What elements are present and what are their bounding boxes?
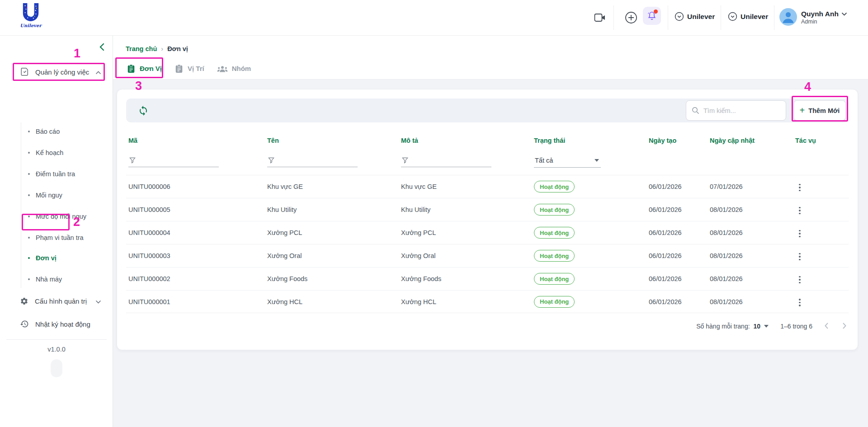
- table-row[interactable]: UNITU000003 Xưởng Oral Xưởng Oral Hoạt đ…: [126, 244, 849, 267]
- table-filter-row: Tất cả: [126, 150, 849, 175]
- cell-updated-date: 08/01/2026: [708, 298, 784, 305]
- sidebar-item-nha-may[interactable]: Nhà máy: [0, 268, 113, 290]
- refresh-button[interactable]: [138, 105, 149, 116]
- tab-nhom[interactable]: Nhóm: [211, 58, 258, 79]
- row-actions-menu-button[interactable]: [795, 181, 804, 194]
- user-role: Admin: [801, 19, 847, 25]
- units-table-card: + Thêm Mới Mã Tên Mô tả Trạng thái Ngày …: [117, 89, 858, 350]
- cell-created-date: 06/01/2026: [646, 229, 708, 236]
- row-actions-menu-button[interactable]: [795, 250, 804, 263]
- kebab-dot: [799, 236, 801, 238]
- chevron-down-icon: [95, 297, 101, 305]
- sidebar-group-cau-hinh-quan-tri[interactable]: Cấu hình quản trị: [0, 292, 113, 310]
- app-header: Unilever Unilever Unilever Quynh Anh Adm…: [0, 0, 868, 36]
- add-circle-icon[interactable]: [625, 11, 637, 26]
- column-header-trang-thai: Trạng thái: [532, 137, 646, 144]
- table-row[interactable]: UNITU000001 Xưởng HCL Xưởng HCL Hoạt độn…: [126, 290, 849, 313]
- kebab-dot: [799, 256, 801, 258]
- sidebar-item-label: Mức độ mối nguy: [36, 213, 86, 220]
- sidebar-item-nhat-ky-hoat-dong[interactable]: Nhật ký hoạt động: [0, 315, 113, 333]
- breadcrumb: Trang chủ › Đơn vị: [126, 45, 188, 52]
- chevron-down-icon: [841, 12, 847, 16]
- main-content: Trang chủ › Đơn vị Đơn Vị Vị Trí Nhóm: [113, 36, 868, 427]
- filter-funnel-icon: [129, 157, 136, 164]
- header-divider: [721, 5, 721, 30]
- breadcrumb-current: Đơn vị: [167, 45, 188, 52]
- sidebar-item-bao-cao[interactable]: Báo cáo: [0, 121, 113, 142]
- video-icon[interactable]: [594, 13, 606, 24]
- cell-description: Khu Utility: [399, 206, 532, 213]
- cell-code: UNITU000006: [126, 183, 265, 190]
- breadcrumb-home[interactable]: Trang chủ: [126, 45, 157, 52]
- cell-created-date: 06/01/2026: [646, 275, 708, 282]
- unilever-logo[interactable]: Unilever: [19, 2, 42, 28]
- notifications-button[interactable]: [643, 7, 661, 25]
- tab-vi-tri[interactable]: Vị Trí: [168, 58, 211, 79]
- status-badge: Hoạt động: [534, 181, 575, 192]
- kebab-dot: [799, 302, 801, 304]
- pagination: Số hàng mỗi trang: 10 1–6 trong 6: [126, 316, 849, 337]
- rows-per-page-control[interactable]: Số hàng mỗi trang: 10: [696, 323, 769, 330]
- pagination-next-button[interactable]: [842, 322, 847, 331]
- kebab-dot: [799, 282, 801, 284]
- unilever-logo-text: Unilever: [19, 23, 42, 28]
- header-divider: [774, 5, 774, 30]
- user-avatar[interactable]: [779, 8, 797, 26]
- cell-updated-date: 08/01/2026: [708, 229, 784, 236]
- sidebar-item-pham-vi-tuan-tra[interactable]: Phạm vi tuần tra: [0, 227, 113, 248]
- filter-input-mo-ta[interactable]: [401, 157, 491, 167]
- sidebar-item-moi-nguy[interactable]: Mối nguy: [0, 184, 113, 206]
- caret-down-icon: [764, 325, 769, 328]
- sidebar-item-label: Nhà máy: [36, 276, 62, 283]
- sidebar-item-label: Mối nguy: [36, 192, 62, 199]
- sidebar-item-ke-hoach[interactable]: Kế hoạch: [0, 142, 113, 163]
- cell-updated-date: 07/01/2026: [708, 183, 784, 190]
- filter-input-ten[interactable]: [267, 157, 358, 167]
- header-divider: [613, 5, 614, 30]
- status-filter-value: Tất cả: [535, 157, 553, 164]
- row-actions-menu-button[interactable]: [795, 273, 804, 286]
- org-switcher-1[interactable]: Unilever: [675, 12, 715, 21]
- sidebar-item-diem-tuan-tra[interactable]: Điểm tuần tra: [0, 163, 113, 184]
- column-header-mo-ta: Mô tả: [399, 137, 532, 144]
- sidebar-item-muc-do-moi-nguy[interactable]: Mức độ mối nguy: [0, 206, 113, 227]
- cell-updated-date: 08/01/2026: [708, 206, 784, 213]
- sidebar-group-quan-ly-cong-viec[interactable]: Quản lý công việc: [0, 63, 113, 81]
- column-header-ma: Mã: [126, 137, 265, 144]
- status-filter-select[interactable]: Tất cả: [534, 157, 601, 168]
- pagination-prev-button[interactable]: [824, 322, 829, 331]
- cell-name: Khu vực GE: [265, 183, 399, 190]
- sidebar-item-don-vi[interactable]: Đơn vị: [0, 247, 113, 268]
- tab-don-vi[interactable]: Đơn Vị: [120, 58, 168, 79]
- add-new-label: Thêm Mới: [808, 107, 840, 114]
- bullet-icon: [28, 173, 30, 175]
- status-badge: Hoạt động: [534, 227, 575, 239]
- column-header-ngay-tao: Ngày tạo: [646, 137, 708, 144]
- org-switcher-2[interactable]: Unilever: [728, 12, 768, 21]
- table-row[interactable]: UNITU000005 Khu Utility Khu Utility Hoạt…: [126, 198, 849, 221]
- sidebar-item-label: Điểm tuần tra: [36, 170, 75, 178]
- bullet-icon: [28, 216, 30, 217]
- plus-icon: +: [800, 106, 805, 115]
- org-label: Unilever: [687, 13, 715, 21]
- search-input[interactable]: [703, 107, 776, 114]
- table-row[interactable]: UNITU000006 Khu vực GE Khu vực GE Hoạt đ…: [126, 175, 849, 198]
- table-row[interactable]: UNITU000004 Xưởng PCL Xưởng PCL Hoạt độn…: [126, 221, 849, 244]
- sidebar-collapse-button[interactable]: [99, 43, 105, 53]
- row-actions-menu-button[interactable]: [795, 227, 804, 240]
- status-badge: Hoạt động: [534, 204, 575, 216]
- user-menu[interactable]: Quynh Anh Admin: [801, 10, 847, 25]
- table-row[interactable]: UNITU000002 Xưởng Foods Xưởng Foods Hoạt…: [126, 267, 849, 290]
- sidebar-item-label: Phạm vi tuần tra: [36, 234, 84, 241]
- tab-label: Đơn Vị: [140, 65, 162, 72]
- filter-input-ma[interactable]: [128, 157, 219, 167]
- add-new-button[interactable]: + Thêm Mới: [793, 100, 846, 121]
- row-actions-menu-button[interactable]: [795, 296, 804, 309]
- rows-per-page-value: 10: [754, 323, 761, 330]
- search-box: [686, 100, 786, 121]
- cell-created-date: 06/01/2026: [646, 183, 708, 190]
- user-name: Quynh Anh: [801, 10, 839, 18]
- row-actions-menu-button[interactable]: [795, 204, 804, 217]
- sidebar-item-label: Báo cáo: [36, 128, 60, 135]
- sidebar-group-label: Quản lý công việc: [35, 68, 89, 76]
